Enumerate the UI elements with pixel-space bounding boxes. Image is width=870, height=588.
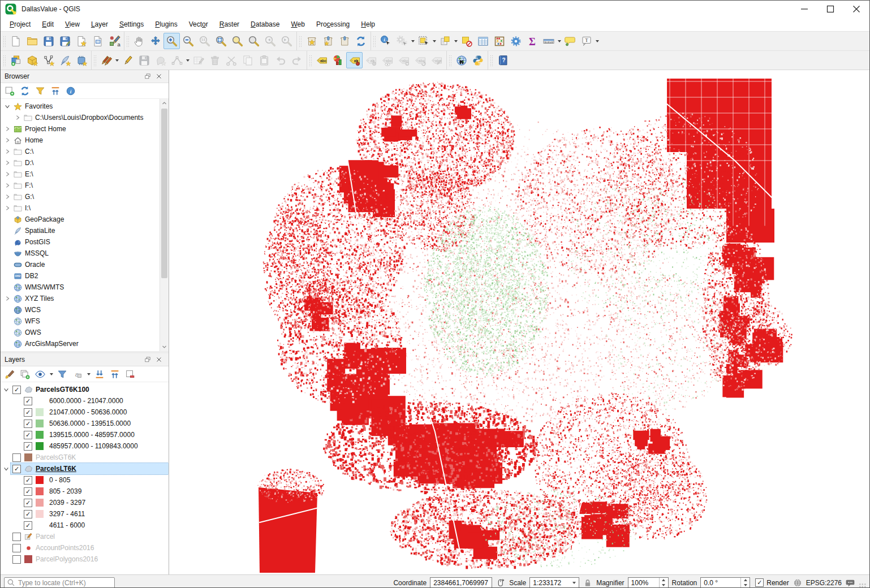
expander-collapsed-icon[interactable] xyxy=(3,149,12,154)
layer-row-accountpoints2016[interactable]: AccountPoints2016 xyxy=(1,542,169,554)
select-features-button[interactable] xyxy=(415,33,432,49)
cut-features-button[interactable] xyxy=(223,52,239,68)
legend-class-485957-0000-1109843-0000[interactable]: 485957.0000 - 1109843.0000 xyxy=(1,440,169,452)
new-shapefile-layer-button[interactable] xyxy=(40,52,57,68)
rotate-label-button[interactable]: abc xyxy=(412,52,428,68)
menu-processing[interactable]: Processing xyxy=(311,19,355,30)
menu-help[interactable]: Help xyxy=(355,19,381,30)
spin-up[interactable] xyxy=(741,578,750,583)
browser-item-mssql[interactable]: MSSQL xyxy=(1,248,169,259)
expander-collapsed-icon[interactable] xyxy=(13,115,22,120)
help-contents-button[interactable]: ? xyxy=(494,52,511,68)
menu-vector[interactable]: Vector xyxy=(183,19,214,30)
expander-collapsed-icon[interactable] xyxy=(3,160,12,166)
scroll-up-button[interactable] xyxy=(160,99,169,107)
layers-float-button[interactable] xyxy=(142,354,153,365)
browser-item-wcs[interactable]: WCS xyxy=(1,304,169,315)
zoom-native-button[interactable]: 1:1 xyxy=(196,33,213,49)
expander-collapsed-icon[interactable] xyxy=(3,194,12,200)
menu-settings[interactable]: Settings xyxy=(114,19,149,30)
filter-legend-expression-button[interactable]: ε xyxy=(71,368,84,381)
browser-item-i[interactable]: I:\ xyxy=(1,202,169,214)
legend-class-3297-4611[interactable]: 3297 - 4611 xyxy=(1,508,169,520)
new-spatialite-layer-button[interactable] xyxy=(57,52,73,68)
scale-combo[interactable]: 1:233172 xyxy=(529,577,579,588)
remove-layer-button[interactable] xyxy=(123,368,137,381)
menu-edit[interactable]: Edit xyxy=(36,19,59,30)
show-spatial-bookmarks-button[interactable] xyxy=(320,33,336,49)
browser-item-f[interactable]: F:\ xyxy=(1,180,169,191)
refresh-button[interactable] xyxy=(18,84,32,98)
select-by-value-dropdown[interactable] xyxy=(453,33,458,49)
undo-button[interactable] xyxy=(272,52,288,68)
field-calculator-button[interactable] xyxy=(491,33,507,49)
browser-item-home[interactable]: Home xyxy=(1,135,169,146)
legend-class-2039-3297[interactable]: 2039 - 3297 xyxy=(1,497,169,508)
browser-item-xyz-tiles[interactable]: XYZ Tiles xyxy=(1,293,169,304)
text-annotation-button[interactable]: T xyxy=(578,33,595,49)
delete-selected-button[interactable] xyxy=(206,52,223,68)
zoom-last-button[interactable] xyxy=(262,33,278,49)
browser-item-e[interactable]: E:\ xyxy=(1,168,169,180)
locator-search-input[interactable]: Type to locate (Ctrl+K) xyxy=(4,577,115,588)
open-attribute-table-button[interactable] xyxy=(475,33,491,49)
measure-dropdown[interactable] xyxy=(557,33,562,49)
deselect-features-button[interactable] xyxy=(458,33,475,49)
class-visibility-checkbox[interactable] xyxy=(24,476,32,485)
change-label-properties-button[interactable]: abc xyxy=(428,52,445,68)
spin-up[interactable] xyxy=(660,578,668,583)
spin-down[interactable] xyxy=(660,583,668,588)
modify-attributes-button[interactable] xyxy=(190,52,206,68)
python-console-button[interactable] xyxy=(470,52,486,68)
class-visibility-checkbox[interactable] xyxy=(24,521,32,530)
save-project-button[interactable] xyxy=(40,33,57,49)
legend-class-4611-6000[interactable]: 4611 - 6000 xyxy=(1,520,169,531)
zoom-next-button[interactable] xyxy=(278,33,295,49)
legend-class-139515-0000-485957-0000[interactable]: 139515.0000 - 485957.0000 xyxy=(1,429,169,440)
browser-scrollbar[interactable] xyxy=(160,99,169,351)
toolbar-grip[interactable] xyxy=(3,36,6,47)
add-group-button[interactable] xyxy=(18,368,32,381)
browser-item-favorites[interactable]: Favorites xyxy=(1,101,169,112)
browser-item-g[interactable]: G:\ xyxy=(1,191,169,202)
browser-item-c[interactable]: C:\ xyxy=(1,146,169,157)
class-visibility-checkbox[interactable] xyxy=(24,499,32,507)
class-visibility-checkbox[interactable] xyxy=(24,442,32,451)
style-manager-button[interactable]: a xyxy=(106,33,122,49)
expander-collapsed-icon[interactable] xyxy=(3,296,12,301)
browser-item-db2[interactable]: DB2DB2 xyxy=(1,270,169,282)
scroll-down-button[interactable] xyxy=(160,343,169,351)
render-checkbox[interactable]: Render xyxy=(753,578,789,587)
expander-collapsed-icon[interactable] xyxy=(3,171,12,177)
class-visibility-checkbox[interactable] xyxy=(24,408,32,417)
toolbar-grip[interactable] xyxy=(93,55,96,66)
class-visibility-checkbox[interactable] xyxy=(24,510,32,518)
browser-item-wfs[interactable]: WFS xyxy=(1,315,169,327)
crs-status[interactable]: EPSG:2276 xyxy=(806,579,842,587)
browser-item-arcgismapserver[interactable]: ArcGisMapServer xyxy=(1,338,169,349)
layer-visibility-checkbox[interactable] xyxy=(12,465,21,473)
menu-view[interactable]: View xyxy=(59,19,85,30)
layer-labeling-options-button[interactable]: abc xyxy=(313,52,330,68)
pan-map-button[interactable] xyxy=(131,33,147,49)
toggle-editing-button[interactable] xyxy=(119,52,136,68)
open-project-button[interactable] xyxy=(24,33,40,49)
zoom-to-selection-button[interactable] xyxy=(246,33,262,49)
magnifier-spinner[interactable]: 100% xyxy=(628,577,669,588)
filter-legend-button[interactable] xyxy=(55,368,69,381)
statistical-summary-button[interactable]: Σ xyxy=(524,33,540,49)
show-layout-manager-button[interactable] xyxy=(89,33,106,49)
browser-item-ows[interactable]: OWS xyxy=(1,327,169,338)
close-button[interactable] xyxy=(843,1,869,18)
show-hide-labels-button[interactable]: abc xyxy=(379,52,395,68)
extents-toggle-icon[interactable] xyxy=(496,578,506,588)
rotation-spinner[interactable]: 0.0 ° xyxy=(700,577,750,588)
toolbar-grip[interactable] xyxy=(309,55,312,66)
map-tips-button[interactable] xyxy=(562,33,578,49)
toolbar-grip[interactable] xyxy=(449,55,451,66)
open-layer-styling-button[interactable] xyxy=(3,368,16,381)
browser-item-oracle[interactable]: Oracle xyxy=(1,259,169,270)
text-annotation-dropdown[interactable] xyxy=(595,33,600,49)
layer-row-parcelpolygons2016[interactable]: ParcelPolygons2016 xyxy=(1,554,169,565)
refresh-map-button[interactable] xyxy=(352,33,369,49)
